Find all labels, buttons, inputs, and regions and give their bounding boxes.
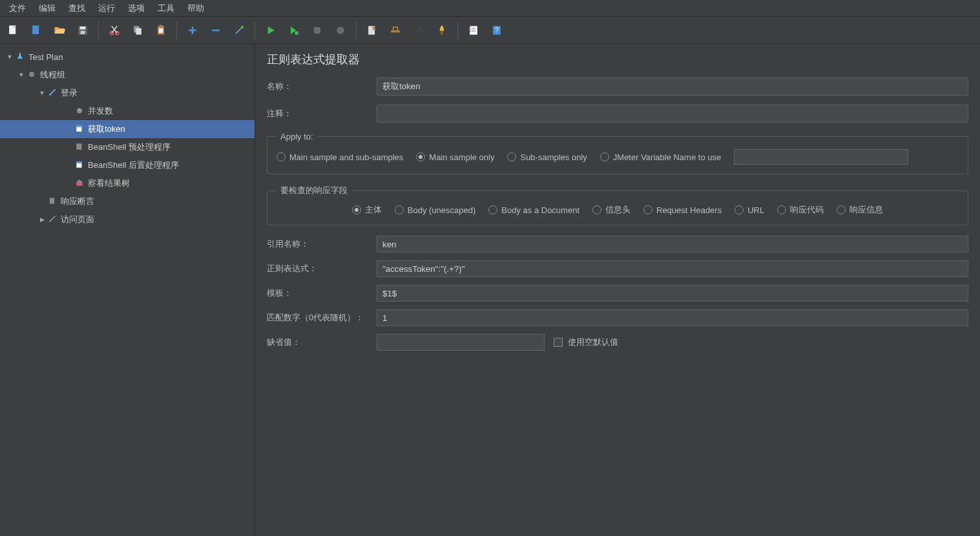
label-default-val: 缺省值： — [267, 336, 377, 348]
copy-icon[interactable] — [127, 20, 148, 41]
tree-label: 登录 — [61, 87, 78, 99]
sampler-icon — [47, 214, 58, 225]
search-icon[interactable] — [408, 20, 429, 41]
menu-tools[interactable]: 工具 — [151, 0, 181, 17]
svg-rect-1 — [14, 25, 16, 27]
tree-label: 线程组 — [40, 69, 65, 81]
radio-main-only[interactable]: Main sample only — [416, 152, 494, 162]
svg-point-28 — [470, 30, 471, 32]
shutdown-icon[interactable] — [330, 20, 351, 41]
template-icon[interactable] — [26, 20, 47, 41]
menu-file[interactable]: 文件 — [3, 0, 32, 17]
input-template[interactable] — [377, 285, 968, 302]
radio-response-code[interactable]: 响应代码 — [777, 204, 824, 216]
toolbar: ? — [0, 17, 980, 44]
radio-body-unescaped[interactable]: Body (unescaped) — [395, 205, 476, 215]
minus-icon[interactable] — [205, 20, 226, 41]
radio-body[interactable]: 主体 — [352, 204, 382, 216]
label-use-empty: 使用空默认值 — [568, 336, 618, 348]
wand-icon[interactable] — [229, 20, 249, 41]
tree-label: Test Plan — [28, 52, 63, 62]
new-file-icon[interactable] — [3, 20, 23, 41]
timer-icon — [74, 106, 85, 117]
tree-view-results[interactable]: 察看结果树 — [0, 174, 255, 192]
radio-sub-only[interactable]: Sub-samples only — [507, 152, 587, 162]
svg-point-33 — [49, 94, 50, 95]
tree-visit-page[interactable]: ▶ 访问页面 — [0, 211, 255, 229]
menu-help[interactable]: 帮助 — [181, 0, 211, 17]
tree-label: 并发数 — [88, 105, 113, 117]
label-name: 名称： — [267, 81, 377, 92]
notes-icon[interactable] — [463, 20, 484, 41]
preprocessor-icon — [74, 142, 85, 153]
panel-title: 正则表达式提取器 — [267, 52, 968, 67]
input-match-no[interactable] — [377, 309, 968, 326]
run-no-pause-icon[interactable] — [284, 20, 304, 41]
svg-point-22 — [414, 26, 419, 31]
checkbox-use-empty[interactable] — [554, 338, 563, 347]
svg-rect-24 — [441, 30, 443, 34]
menu-search[interactable]: 查找 — [62, 0, 92, 17]
help-icon[interactable]: ? — [486, 20, 507, 41]
input-ref-name[interactable] — [377, 236, 968, 253]
tree-test-plan[interactable]: ▼ Test Plan — [0, 48, 255, 66]
flask-icon — [14, 52, 26, 63]
svg-rect-18 — [314, 27, 320, 34]
stop-icon[interactable] — [307, 20, 328, 41]
paste-icon[interactable] — [151, 20, 171, 41]
svg-rect-10 — [136, 28, 141, 34]
radio-response-message[interactable]: 响应信息 — [837, 204, 883, 216]
svg-rect-13 — [159, 28, 163, 33]
cut-icon[interactable] — [104, 20, 125, 41]
svg-rect-21 — [391, 30, 399, 32]
input-regex[interactable] — [377, 260, 968, 277]
svg-rect-2 — [32, 25, 39, 34]
radio-main-and-sub[interactable]: Main sample and sub-samples — [276, 152, 403, 162]
run-icon[interactable] — [260, 20, 281, 41]
tree-label: 响应断言 — [61, 196, 94, 207]
gear-icon — [26, 70, 37, 81]
tree-response-assertion[interactable]: 响应断言 — [0, 192, 255, 211]
label-template: 模板： — [267, 287, 377, 299]
plus-icon[interactable] — [182, 20, 203, 41]
menu-options[interactable]: 选项 — [121, 0, 151, 17]
clear-all-icon[interactable] — [385, 20, 406, 41]
svg-point-14 — [241, 25, 244, 28]
radio-request-headers[interactable]: Request Headers — [643, 205, 722, 215]
tree-beanshell-pre[interactable]: BeanShell 预处理程序 — [0, 138, 255, 156]
tree-panel[interactable]: ▼ Test Plan ▼ 线程组 ▼ 登录 并发数 — [0, 44, 255, 536]
radio-body-document[interactable]: Body as a Document — [488, 205, 579, 215]
response-field-fieldset: 要检查的响应字段 主体 Body (unescaped) Body as a D… — [267, 185, 968, 225]
svg-rect-25 — [470, 26, 477, 34]
apply-to-fieldset: Apply to: Main sample and sub-samples Ma… — [267, 132, 968, 174]
input-jmeter-var[interactable] — [734, 149, 908, 165]
svg-rect-36 — [76, 125, 81, 127]
tree-label: BeanShell 预处理程序 — [88, 141, 171, 153]
function-helper-icon[interactable] — [432, 20, 452, 41]
tree-login[interactable]: ▼ 登录 — [0, 84, 255, 102]
radio-url[interactable]: URL — [735, 205, 764, 215]
extractor-icon — [74, 124, 85, 135]
svg-rect-39 — [76, 161, 81, 163]
config-panel: 正则表达式提取器 名称： 注释： Apply to: Main sample a… — [255, 44, 980, 536]
tree-concurrent[interactable]: 并发数 — [0, 102, 255, 120]
tree-get-token[interactable]: 获取token — [0, 120, 255, 138]
menu-run[interactable]: 运行 — [92, 0, 121, 17]
radio-jmeter-var[interactable]: JMeter Variable Name to use — [600, 152, 721, 162]
save-icon[interactable] — [72, 20, 93, 41]
tree-label: 访问页面 — [61, 214, 94, 225]
radio-headers[interactable]: 信息头 — [592, 204, 631, 216]
label-comment: 注释： — [267, 108, 377, 119]
menu-edit[interactable]: 编辑 — [32, 0, 62, 17]
results-tree-icon — [74, 178, 85, 189]
input-comment[interactable] — [377, 105, 968, 123]
clear-icon[interactable] — [362, 20, 382, 41]
input-default-val[interactable] — [377, 334, 545, 351]
svg-point-42 — [49, 220, 50, 222]
input-name[interactable] — [377, 77, 968, 96]
tree-thread-group[interactable]: ▼ 线程组 — [0, 66, 255, 84]
svg-marker-15 — [268, 26, 275, 34]
svg-rect-12 — [160, 25, 163, 26]
open-file-icon[interactable] — [49, 20, 70, 41]
tree-beanshell-post[interactable]: BeanShell 后置处理程序 — [0, 156, 255, 174]
